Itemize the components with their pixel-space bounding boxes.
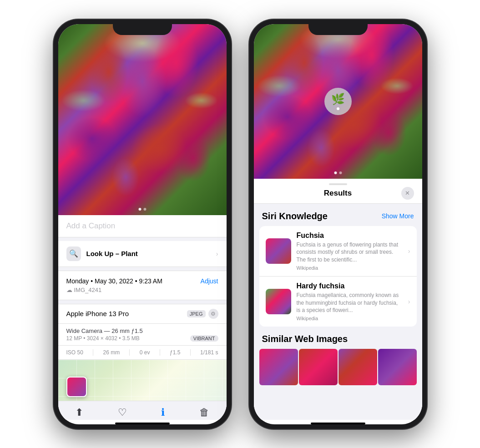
dot-1	[138, 208, 141, 211]
web-image-3[interactable]	[339, 349, 377, 385]
location-row: ☁ IMG_4241	[66, 287, 218, 293]
flower-overlay	[58, 24, 227, 215]
exif-iso: ISO 50	[66, 349, 83, 356]
photo-dots	[138, 208, 146, 211]
right-home-indicator	[311, 423, 365, 424]
date-text: Monday • May 30, 2022 • 9:23 AM	[66, 277, 162, 285]
right-screen: 🌿 Results ✕ Siri Knowledge Show More	[254, 24, 422, 424]
results-handle[interactable]	[329, 183, 347, 185]
like-button[interactable]: ♡	[118, 407, 127, 418]
exif-focal: 26 mm	[103, 349, 120, 356]
fuchsia-source: Wikipedia	[297, 265, 403, 271]
camera-spec-bottom: 12 MP • 3024 × 4032 • 3.5 MB VIBRANT	[66, 335, 218, 342]
show-more-button[interactable]: Show More	[382, 212, 414, 220]
info-panel: Add a Caption 🔍 Look Up – Plant › Monday…	[58, 215, 227, 420]
fuchsia-desc: Fuchsia is a genus of flowering plants t…	[297, 241, 403, 264]
leaf-icon: 🌿	[331, 93, 345, 106]
device-row: Apple iPhone 13 Pro JPEG ⚙	[58, 304, 227, 324]
right-photo-dots	[334, 171, 342, 174]
right-photo-area: 🌿	[254, 24, 422, 179]
hardy-info: Hardy fuchsia Fuchsia magellanica, commo…	[297, 282, 403, 321]
device-badges: JPEG ⚙	[187, 309, 218, 319]
date-row: Monday • May 30, 2022 • 9:23 AM Adjust	[66, 277, 218, 285]
dot-2	[143, 208, 146, 211]
exif-aperture: ƒ1.5	[170, 349, 180, 356]
web-image-1[interactable]	[259, 349, 298, 385]
device-section: Apple iPhone 13 Pro JPEG ⚙ Wide Camera —…	[58, 304, 227, 360]
knowledge-item-fuchsia[interactable]: Fuchsia Fuchsia is a genus of flowering …	[259, 226, 417, 276]
fuchsia-info: Fuchsia Fuchsia is a genus of flowering …	[297, 232, 403, 271]
toolbar: ⬆ ♡ ℹ 🗑	[58, 401, 227, 420]
lookup-text: Look Up – Plant	[86, 250, 138, 257]
exif-shutter: 1/181 s	[200, 349, 218, 356]
cloud-icon: ☁	[66, 287, 72, 293]
web-images-grid	[259, 349, 417, 385]
device-name: Apple iPhone 13 Pro	[66, 310, 129, 317]
left-screen: Add a Caption 🔍 Look Up – Plant › Monday…	[58, 24, 227, 424]
web-image-2[interactable]	[299, 349, 338, 385]
lookup-label: Look Up –	[86, 250, 120, 257]
adjust-button[interactable]: Adjust	[201, 277, 218, 285]
exif-sep-1	[93, 349, 93, 356]
info-button[interactable]: ℹ	[161, 407, 165, 418]
results-header: Results ✕	[254, 189, 422, 204]
map-thumb	[66, 377, 87, 397]
right-notch	[308, 20, 368, 35]
hardy-chevron: ›	[408, 298, 410, 305]
format-badge: JPEG	[187, 310, 206, 317]
hardy-source: Wikipedia	[297, 316, 403, 321]
right-dot-1	[334, 171, 337, 174]
trash-button[interactable]: 🗑	[199, 407, 209, 418]
fuchsia-name: Fuchsia	[297, 232, 403, 240]
fuchsia-chevron: ›	[408, 247, 410, 255]
metadata-section: Monday • May 30, 2022 • 9:23 AM Adjust ☁…	[58, 271, 227, 300]
exif-row: ISO 50 26 mm 0 ev ƒ1.5 1/181 s	[58, 346, 227, 359]
results-content: Siri Knowledge Show More Fuchsia Fuchsia…	[254, 204, 422, 420]
lookup-row[interactable]: 🔍 Look Up – Plant ›	[58, 241, 227, 267]
lookup-subject: Plant	[121, 250, 138, 257]
share-button[interactable]: ⬆	[75, 407, 83, 418]
results-title: Results	[324, 189, 352, 198]
web-images-title: Similar Web Images	[254, 334, 422, 349]
caption-placeholder[interactable]: Add a Caption	[66, 221, 116, 230]
knowledge-card: Fuchsia Fuchsia is a genus of flowering …	[259, 226, 417, 327]
notch	[113, 20, 172, 35]
exif-sep-3	[160, 349, 160, 356]
flower-image	[58, 24, 227, 215]
visual-id-dot	[337, 107, 339, 110]
exif-sep-4	[190, 349, 191, 356]
gear-icon[interactable]: ⚙	[208, 309, 218, 319]
exif-ev: 0 ev	[140, 349, 150, 356]
left-phone: Add a Caption 🔍 Look Up – Plant › Monday…	[54, 20, 231, 429]
home-indicator	[115, 423, 170, 424]
web-images-section: Similar Web Images	[254, 334, 422, 385]
caption-area[interactable]: Add a Caption	[58, 215, 227, 237]
photo-area[interactable]	[58, 24, 227, 215]
camera-spec-top: Wide Camera — 26 mm ƒ1.5	[66, 327, 218, 334]
web-image-4[interactable]	[378, 349, 417, 385]
vibrant-badge: VIBRANT	[190, 335, 218, 342]
siri-knowledge-title: Siri Knowledge	[262, 211, 328, 221]
camera-spec-row: Wide Camera — 26 mm ƒ1.5 12 MP • 3024 × …	[58, 324, 227, 346]
hardy-thumb	[266, 289, 291, 314]
hardy-desc: Fuchsia magellanica, commonly known as t…	[297, 292, 403, 314]
lookup-icon: 🔍	[66, 247, 81, 261]
visual-id-button[interactable]: 🌿	[324, 88, 352, 115]
map-area[interactable]	[58, 360, 227, 401]
exif-sep-2	[129, 349, 130, 356]
siri-knowledge-header: Siri Knowledge Show More	[254, 204, 422, 226]
results-panel: Results ✕ Siri Knowledge Show More Fuchs…	[254, 179, 422, 420]
image-name: IMG_4241	[74, 287, 102, 293]
close-button[interactable]: ✕	[401, 187, 414, 200]
hardy-name: Hardy fuchsia	[297, 282, 403, 290]
fuchsia-thumb	[266, 238, 291, 264]
camera-spec-bottom-text: 12 MP • 3024 × 4032 • 3.5 MB	[66, 335, 140, 342]
lookup-chevron: ›	[216, 250, 218, 257]
right-phone: 🌿 Results ✕ Siri Knowledge Show More	[249, 20, 427, 429]
knowledge-item-hardy[interactable]: Hardy fuchsia Fuchsia magellanica, commo…	[259, 276, 417, 327]
right-dot-2	[339, 171, 342, 174]
